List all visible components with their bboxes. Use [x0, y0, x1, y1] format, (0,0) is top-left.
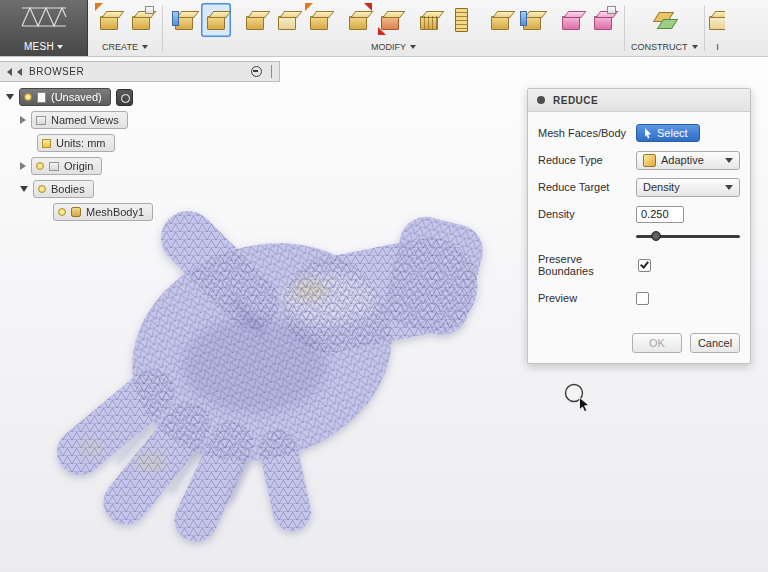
dialog-footer: OK Cancel	[528, 315, 750, 363]
cursor-arrow-icon	[644, 128, 652, 139]
units-icon	[42, 139, 51, 148]
tree-item-origin[interactable]: Origin	[31, 157, 102, 175]
create-menu[interactable]: CREATE	[102, 42, 148, 53]
visibility-bulb-icon[interactable]	[36, 162, 44, 170]
tree-item-bodies[interactable]: Bodies	[33, 180, 94, 198]
cube-glyph	[207, 16, 225, 30]
tree-item-units[interactable]: Units: mm	[37, 134, 115, 152]
tree-item-meshbody1[interactable]: MeshBody1	[53, 203, 153, 221]
smooth-icon[interactable]	[304, 3, 334, 37]
cube-glyph	[246, 16, 264, 30]
expander-open-icon[interactable]	[20, 186, 28, 192]
reduce-dialog-header[interactable]: REDUCE	[528, 89, 750, 112]
reduce-target-row: Reduce Target Density	[538, 177, 740, 197]
fusion-app-window: MESH CREATE	[0, 0, 768, 572]
density-control	[636, 206, 740, 223]
preserve-boundaries-control	[638, 259, 740, 272]
preserve-boundaries-row: Preserve Boundaries	[538, 255, 740, 275]
reduce-icon[interactable]	[201, 3, 231, 37]
tree-item-label: Units: mm	[56, 137, 106, 149]
construct-menu-text: CONSTRUCT	[631, 42, 688, 52]
visibility-bulb-icon[interactable]	[58, 208, 66, 216]
density-slider[interactable]	[636, 231, 740, 242]
create-menu-text: CREATE	[102, 42, 138, 52]
separate-icon[interactable]	[446, 3, 476, 37]
midplane-icon[interactable]	[649, 3, 679, 37]
checkmark-icon	[640, 259, 649, 268]
tab-mesh[interactable]: MESH	[0, 0, 88, 56]
panel-divider	[271, 65, 272, 78]
cube-glyph	[100, 16, 118, 30]
create-mesh-section-icon[interactable]	[126, 3, 156, 37]
dialog-title: REDUCE	[553, 95, 598, 106]
tree-item-label: Origin	[64, 160, 93, 172]
browser-title: BROWSER	[29, 66, 84, 77]
tree-row-document: (Unsaved)	[0, 87, 280, 107]
modify-menu[interactable]: MODIFY	[371, 42, 416, 53]
blue-face-accent	[520, 11, 527, 26]
ribbon-toolbar: MESH CREATE	[0, 0, 768, 57]
density-input[interactable]	[636, 206, 684, 223]
density-row: Density	[538, 204, 740, 224]
cube-glyph	[278, 16, 296, 30]
slider-thumb[interactable]	[651, 231, 661, 241]
expander-closed-icon[interactable]	[20, 162, 26, 170]
reduce-type-value: Adaptive	[661, 154, 720, 166]
reduce-target-dropdown[interactable]: Density	[636, 178, 740, 197]
preserve-boundaries-label: Preserve Boundaries	[538, 253, 638, 277]
toolbar-group-create: CREATE	[88, 0, 162, 56]
ok-button[interactable]: OK	[632, 333, 682, 353]
active-document-indicator-icon[interactable]	[116, 89, 133, 106]
delete-faces-icon[interactable]	[414, 3, 444, 37]
expander-closed-icon[interactable]	[20, 116, 26, 124]
tree-item-label: Named Views	[51, 114, 119, 126]
tree-item-named-views[interactable]: Named Views	[31, 111, 128, 129]
face-groups-icon[interactable]	[517, 3, 547, 37]
red-arrow-accent	[364, 3, 372, 11]
cube-glyph	[709, 16, 725, 30]
density-label: Density	[538, 208, 575, 220]
clipped-tool-icon[interactable]	[705, 3, 725, 37]
texture-map-icon[interactable]	[588, 3, 618, 37]
adaptive-icon	[643, 154, 656, 167]
plane-cut-icon[interactable]	[343, 3, 373, 37]
tree-item-label: MeshBody1	[86, 206, 144, 218]
reverse-normal-icon[interactable]	[375, 3, 405, 37]
collapse-browser-icon[interactable]	[17, 68, 22, 76]
mini-cube-accent	[145, 6, 154, 14]
red-arrow-accent	[378, 27, 386, 35]
expander-open-icon[interactable]	[6, 94, 14, 100]
browser-display-options-icon[interactable]	[251, 66, 262, 77]
tree-item-unsaved[interactable]: (Unsaved)	[19, 88, 111, 106]
collapse-browser-icon[interactable]	[7, 68, 12, 76]
paint-mesh-icon[interactable]	[556, 3, 586, 37]
modify-menu-text: MODIFY	[371, 42, 406, 52]
visibility-bulb-icon[interactable]	[38, 185, 46, 193]
construct-menu[interactable]: CONSTRUCT	[631, 42, 698, 53]
preview-checkbox[interactable]	[636, 292, 649, 305]
drag-grip-icon[interactable]	[537, 96, 545, 104]
merge-bodies-icon[interactable]	[485, 3, 515, 37]
make-closed-mesh-icon[interactable]	[240, 3, 270, 37]
preserve-boundaries-checkbox[interactable]	[638, 259, 651, 272]
select-button[interactable]: Select	[636, 124, 700, 142]
partial-menu[interactable]: I	[716, 42, 719, 53]
toolbar-group-construct: CONSTRUCT	[625, 0, 704, 56]
cube-glyph	[132, 16, 150, 30]
chevron-down-icon	[692, 45, 698, 49]
preview-label: Preview	[538, 292, 577, 304]
cancel-button[interactable]: Cancel	[690, 333, 740, 353]
erase-and-fill-icon[interactable]	[272, 3, 302, 37]
visibility-bulb-icon[interactable]	[24, 93, 32, 101]
tree-item-label: (Unsaved)	[51, 91, 102, 103]
reduce-target-value: Density	[643, 181, 720, 193]
mesh-tab-text: MESH	[24, 41, 54, 52]
cube-glyph	[594, 16, 612, 30]
reduce-type-dropdown[interactable]: Adaptive	[636, 151, 740, 170]
tree-item-label: Bodies	[51, 183, 85, 195]
cube-glyph	[310, 16, 328, 30]
reduce-target-label: Reduce Target	[538, 181, 609, 193]
mini-cube-accent	[607, 6, 616, 14]
remesh-icon[interactable]	[169, 3, 199, 37]
insert-mesh-icon[interactable]	[94, 3, 124, 37]
